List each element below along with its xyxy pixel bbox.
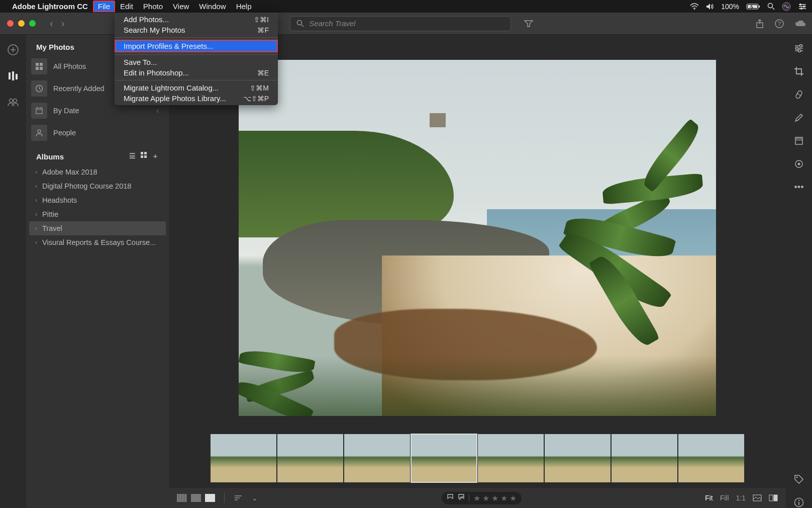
close-window-button[interactable] [7,20,14,27]
menu-migrate-apple-photos[interactable]: Migrate Apple Photos Library...⌥⇧⌘P [115,93,278,104]
right-rail: ••• [786,35,812,508]
sidebar-item-label: People [53,129,76,137]
linear-gradient-icon[interactable] [793,135,804,146]
album-label: Adobe Max 2018 [42,168,97,176]
menu-help[interactable]: Help [231,1,257,12]
control-center-icon[interactable] [798,3,807,10]
help-icon[interactable]: ? [775,19,784,28]
battery-icon[interactable] [746,3,760,10]
svg-text:?: ? [778,21,781,27]
grid-view-icon[interactable] [141,152,147,161]
add-album-icon[interactable]: ＋ [152,152,159,161]
menu-window[interactable]: Window [194,1,231,12]
svg-rect-36 [141,152,143,154]
share-icon[interactable] [756,19,764,28]
filmstrip-thumb[interactable] [545,434,611,482]
spotlight-icon[interactable] [767,3,775,10]
radial-gradient-icon[interactable] [793,158,804,170]
filmstrip-thumb[interactable] [211,434,276,482]
add-photos-icon[interactable] [7,44,19,56]
svg-point-59 [796,477,798,478]
crop-icon[interactable] [793,66,804,77]
svg-point-52 [798,50,801,52]
cloud-sync-icon[interactable] [795,20,806,28]
album-digital-photog[interactable]: ›Digital Photog Course 2018 [26,179,169,193]
album-pittie[interactable]: ›Pittie [26,207,169,221]
svg-point-4 [768,4,773,8]
my-photos-tab-icon[interactable] [7,70,19,82]
brush-icon[interactable] [793,112,804,123]
menu-edit[interactable]: Edit [115,1,138,12]
person-icon [31,125,47,141]
mac-menubar: Adobe Lightroom CC File Edit Photo View … [0,0,812,13]
filmstrip-thumb[interactable] [678,434,744,482]
zoom-1-1[interactable]: 1:1 [736,494,746,502]
more-icon[interactable]: ••• [793,182,804,193]
volume-icon[interactable] [706,3,714,10]
flag-rating-pill: ★★★★★ [442,492,522,504]
wifi-icon[interactable] [690,3,699,10]
menu-add-photos[interactable]: Add Photos...⇧⌘I [115,14,278,25]
menu-import-profiles-presets[interactable]: Import Profiles & Presets... [115,40,278,52]
app-name[interactable]: Adobe Lightroom CC [12,2,88,11]
zoom-fill[interactable]: Fill [720,494,729,502]
svg-rect-23 [16,74,18,79]
healing-brush-icon[interactable] [793,89,804,100]
file-menu-dropdown: Add Photos...⇧⌘I Search My Photos⌘F Impo… [115,13,278,105]
svg-rect-39 [144,155,147,158]
list-view-icon[interactable]: ☰ [129,152,136,161]
svg-rect-28 [36,67,39,70]
search-input[interactable]: Search Travel [290,16,511,31]
sort-icon[interactable] [234,494,243,501]
svg-line-5 [772,8,774,10]
menu-view[interactable]: View [168,1,194,12]
filter-icon[interactable] [524,20,533,28]
filmstrip-thumb[interactable] [344,434,410,482]
svg-rect-56 [795,137,802,141]
siri-icon[interactable] [782,2,791,11]
filmstrip-thumb[interactable] [612,434,677,482]
sharing-tab-icon[interactable] [7,96,19,108]
view-grid-icon[interactable] [177,494,187,502]
nav-forward-button[interactable]: › [58,18,68,29]
before-after-icon[interactable] [769,494,778,501]
filmstrip-thumb[interactable] [411,434,477,482]
album-travel[interactable]: ›Travel [29,221,166,235]
chevron-down-icon[interactable]: ⌄ [252,494,258,502]
album-visural-reports[interactable]: ›Visural Reports & Essays Course... [26,235,169,249]
menu-photo[interactable]: Photo [138,1,168,12]
menu-file[interactable]: File [93,1,115,12]
grid-icon [31,58,47,74]
show-original-icon[interactable] [753,494,762,501]
keywords-tag-icon[interactable] [793,474,804,485]
bottom-toolbar: ⌄ ★★★★★ Fit Fill 1:1 [169,488,786,508]
album-label: Travel [42,224,62,232]
sidebar-people[interactable]: People [26,122,169,144]
menu-edit-in-photoshop[interactable]: Edit in Photoshop...⌘E [115,67,278,78]
filmstrip-thumb[interactable] [277,434,343,482]
view-compare-icon[interactable] [191,494,201,502]
star-rating[interactable]: ★★★★★ [473,493,517,503]
flag-pick-icon[interactable] [447,494,454,502]
nav-back-button[interactable]: ‹ [47,18,56,29]
sidebar-item-label: Recently Added [53,84,105,93]
fullscreen-window-button[interactable] [29,20,36,27]
info-icon[interactable] [793,497,804,508]
svg-point-0 [694,9,695,10]
filmstrip[interactable] [169,434,786,483]
chevron-right-icon: › [35,225,37,232]
menu-search-my-photos[interactable]: Search My Photos⌘F [115,25,278,35]
flag-reject-icon[interactable] [458,494,465,502]
main-panel: ⌄ ★★★★★ Fit Fill 1:1 [169,35,786,508]
album-label: Digital Photog Course 2018 [42,182,131,190]
edit-sliders-icon[interactable] [793,43,804,54]
view-detail-icon[interactable] [205,494,215,502]
album-adobe-max[interactable]: ›Adobe Max 2018 [26,165,169,179]
menu-save-to[interactable]: Save To... [115,57,278,67]
filmstrip-thumb[interactable] [478,434,544,482]
zoom-fit[interactable]: Fit [705,494,713,502]
album-headshots[interactable]: ›Headshots [26,193,169,207]
minimize-window-button[interactable] [18,20,25,27]
svg-line-54 [797,94,801,96]
menu-migrate-lightroom[interactable]: Migrate Lightroom Catalog...⇧⌘M [115,82,278,93]
